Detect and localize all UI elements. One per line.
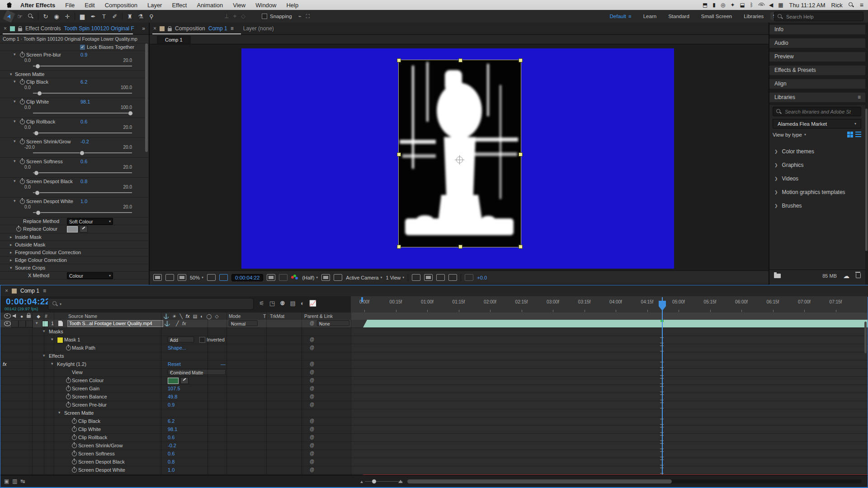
library-category-color-themes[interactable]: ❯Color themes: [769, 145, 865, 158]
timeline-property-row[interactable]: Mask PathShape...@: [0, 344, 868, 352]
property-pickwhip-icon[interactable]: @: [310, 451, 314, 456]
stopwatch-icon[interactable]: [20, 199, 25, 204]
menu-clock[interactable]: Thu 11:12 AM: [789, 2, 826, 9]
twirl-open-icon[interactable]: ▾: [10, 265, 12, 270]
local-axis-icon[interactable]: ⟂: [225, 13, 229, 20]
pan-behind-tool[interactable]: ✛: [62, 12, 72, 21]
lock-column-icon[interactable]: [27, 315, 31, 318]
stopwatch-icon[interactable]: [20, 159, 25, 164]
property-pickwhip-icon[interactable]: @: [310, 435, 314, 440]
replace-method-dropdown[interactable]: Soft Colour▾: [67, 218, 113, 225]
property-action-link[interactable]: Reset: [168, 361, 181, 367]
slider-handle[interactable]: [34, 131, 39, 136]
layer-visibility-icon[interactable]: [4, 321, 11, 326]
parameter-value[interactable]: 1.0: [80, 199, 87, 204]
mask-visibility-icon[interactable]: [334, 274, 342, 281]
effect-parameter-screen-softness[interactable]: ▾Screen Softness0.60.020.0: [0, 158, 149, 178]
flowchart-button-icon[interactable]: [448, 274, 457, 281]
sidecar-icon[interactable]: ⬒: [703, 2, 708, 8]
workspace-learn[interactable]: Learn: [643, 14, 656, 19]
timeline-property-row[interactable]: ▾Mask 1Add▾Inverted@: [0, 336, 868, 344]
stopwatch-icon[interactable]: [20, 119, 25, 124]
audio-column-icon[interactable]: [13, 314, 17, 318]
property-pickwhip-icon[interactable]: @: [310, 459, 314, 464]
library-category-motion-graphics-templates[interactable]: ❯Motion graphics templates: [769, 185, 865, 199]
layer-anchor-point[interactable]: [456, 156, 463, 163]
effect-parameter-screen-despot-white[interactable]: ▾Screen Despot White1.00.020.0: [0, 198, 149, 218]
twirl-open-icon[interactable]: ▾: [14, 79, 16, 84]
parameter-value[interactable]: 0.6: [80, 119, 87, 124]
property-value[interactable]: -0.2: [168, 443, 176, 448]
motion-blur-icon[interactable]: ◐: [301, 300, 304, 307]
effects-switch-icon[interactable]: fx: [186, 313, 190, 319]
menu-item-help[interactable]: Help: [286, 2, 298, 9]
region-of-interest-icon[interactable]: [219, 274, 228, 281]
work-area-bar[interactable]: [351, 313, 868, 320]
fast-previews-icon[interactable]: [424, 274, 433, 281]
solo-column-icon[interactable]: ●: [20, 313, 23, 319]
quality-switch-icon[interactable]: ╲: [180, 313, 183, 319]
parameter-value[interactable]: 0.8: [80, 179, 87, 184]
hide-shy-layers-icon[interactable]: ⚉: [280, 300, 285, 307]
selected-footage-layer[interactable]: [398, 60, 521, 247]
shy-switch-icon[interactable]: ⚓: [163, 313, 169, 319]
magnification-dropdown[interactable]: 50%▾: [190, 275, 203, 280]
twirl-closed-icon[interactable]: ▸: [10, 250, 12, 255]
sync-folder-icon[interactable]: [774, 274, 781, 278]
timeline-group-row[interactable]: ▾Masks: [0, 328, 868, 336]
grid-view-icon[interactable]: [847, 132, 853, 137]
source-crops-group[interactable]: ▾Source Crops: [0, 264, 149, 272]
blend-mode-dropdown[interactable]: Normal▾: [229, 320, 258, 326]
effect-parameter-screen-pre-blur[interactable]: ▾Screen Pre-blur0.90.020.0: [0, 51, 149, 71]
stopwatch-icon[interactable]: [72, 419, 77, 424]
selection-handle[interactable]: [458, 245, 462, 249]
video-column-icon[interactable]: [4, 313, 11, 318]
stopwatch-icon[interactable]: [16, 227, 21, 232]
timeline-horizontal-scrollbar[interactable]: [407, 479, 862, 483]
zoom-in-icon[interactable]: [398, 480, 403, 483]
selection-handle[interactable]: [519, 152, 523, 156]
camera-dropdown[interactable]: Active Camera▾: [346, 275, 382, 280]
3d-switch-icon[interactable]: ◇: [215, 313, 218, 319]
stopwatch-icon[interactable]: [20, 99, 25, 104]
mask-color-swatch[interactable]: [57, 337, 63, 343]
twirl-icon[interactable]: ▾: [58, 410, 61, 415]
twirl-closed-icon[interactable]: ▸: [10, 242, 12, 247]
property-name[interactable]: Screen Shrink/Grow: [78, 443, 123, 448]
dropbox-icon[interactable]: ✦: [730, 2, 735, 8]
parameter-value[interactable]: 6.2: [80, 79, 87, 85]
property-pickwhip-icon[interactable]: @: [310, 370, 314, 374]
draft-3d-icon[interactable]: ◳: [269, 300, 275, 307]
number-column-header[interactable]: #: [45, 313, 47, 319]
layer-name[interactable]: Tooth S...al Footage Lower Quality.mp4: [67, 320, 163, 327]
parent-link-column-header[interactable]: Parent & Link: [304, 313, 333, 319]
timeline-vertical-scrollbar[interactable]: [864, 322, 867, 353]
collapsed-group-edge-colour-correction[interactable]: ▸Edge Colour Correction: [0, 256, 149, 264]
property-pickwhip-icon[interactable]: @: [310, 467, 314, 472]
stopwatch-icon[interactable]: [72, 460, 77, 464]
label-column-icon[interactable]: ◆: [37, 313, 40, 319]
twirl-open-icon[interactable]: ▾: [14, 159, 16, 163]
timeline-property-row[interactable]: Screen Pre-blur0.9@: [0, 401, 868, 409]
menu-item-window[interactable]: Window: [255, 2, 276, 9]
hand-tool[interactable]: ☞: [15, 12, 25, 21]
property-pickwhip-icon[interactable]: @: [310, 337, 314, 342]
collapsed-group-foreground-colour-correction[interactable]: ▸Foreground Colour Correction: [0, 249, 149, 256]
twirl-open-icon[interactable]: ▾: [14, 99, 16, 104]
property-name[interactable]: Clip Rollback: [78, 435, 107, 440]
view-layout-dropdown[interactable]: 1 View▾: [386, 275, 404, 280]
twirl-icon[interactable]: ▾: [51, 361, 53, 366]
bluetooth-icon[interactable]: ᛒ: [750, 2, 753, 8]
collapse-switch-icon[interactable]: ☀: [172, 313, 176, 319]
panel-lock-icon[interactable]: [18, 28, 22, 31]
timeline-property-row[interactable]: Clip White98.1@: [0, 426, 868, 434]
property-name[interactable]: Screen Despot Black: [78, 459, 125, 464]
timeline-property-row[interactable]: ViewCombined Matte▾@: [0, 369, 868, 377]
panel-menu-icon[interactable]: ≡: [43, 288, 46, 294]
pen-tool[interactable]: ✒: [88, 12, 98, 21]
property-name[interactable]: Mask Path: [72, 345, 95, 351]
source-name-column-header[interactable]: Source Name: [68, 313, 97, 319]
timeline-property-row[interactable]: Screen Shrink/Grow-0.2@: [0, 442, 868, 450]
parameter-value[interactable]: 0.6: [80, 159, 87, 164]
panel-close-icon[interactable]: ×: [4, 25, 7, 32]
